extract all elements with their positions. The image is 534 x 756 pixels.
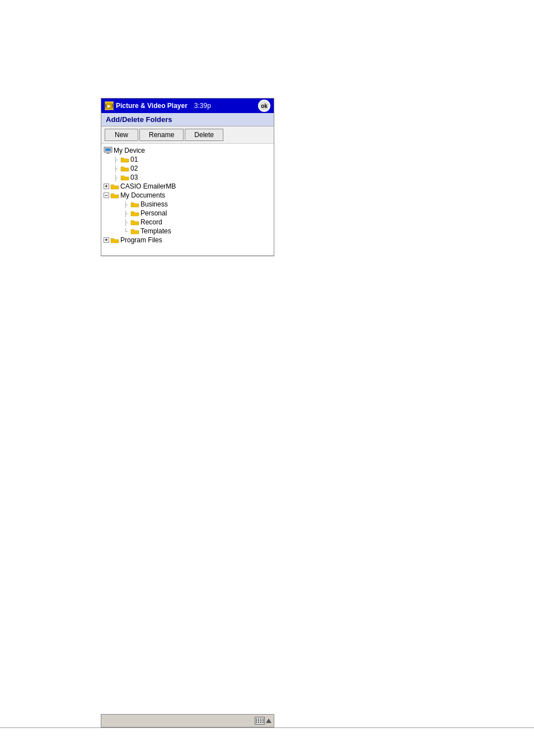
personal-label: Personal bbox=[140, 209, 167, 217]
folder-02-label: 02 bbox=[130, 165, 138, 172]
tree-item-personal[interactable]: ├ Personal bbox=[124, 209, 271, 218]
folder-icon-program-files bbox=[110, 237, 119, 243]
folder-01-label: 01 bbox=[130, 156, 138, 163]
subtitle-bar: Add/Delete Folders bbox=[101, 113, 274, 126]
folder-icon-record bbox=[130, 219, 139, 226]
folder-icon-02 bbox=[120, 165, 129, 172]
folder-icon-personal bbox=[130, 210, 139, 217]
tree-item-02[interactable]: ├ 02 bbox=[114, 164, 271, 173]
rename-button[interactable]: Rename bbox=[139, 129, 184, 141]
tree-item-my-device[interactable]: My Device bbox=[104, 146, 271, 155]
subtitle-label: Add/Delete Folders bbox=[106, 115, 172, 124]
ok-button[interactable]: ok bbox=[258, 100, 270, 112]
folder-icon-casio bbox=[110, 183, 119, 190]
main-window: Picture & Video Player 3:39p ok Add/Dele… bbox=[101, 98, 274, 256]
svg-rect-6 bbox=[107, 152, 109, 153]
app-title: Picture & Video Player bbox=[116, 102, 188, 110]
app-icon bbox=[105, 101, 114, 110]
svg-rect-5 bbox=[105, 148, 111, 151]
folder-03-label: 03 bbox=[130, 173, 138, 181]
delete-button[interactable]: Delete bbox=[185, 129, 223, 141]
title-bar: Picture & Video Player 3:39p ok bbox=[101, 98, 274, 113]
program-files-label: Program Files bbox=[120, 236, 162, 244]
expand-casio[interactable]: + bbox=[104, 184, 109, 189]
tree-item-03[interactable]: ├ 03 bbox=[114, 173, 271, 182]
tree-line-03: ├ bbox=[114, 175, 119, 181]
tree-item-01[interactable]: ├ 01 bbox=[114, 155, 271, 164]
tree-line-01: ├ bbox=[114, 157, 119, 163]
clock: 3:39p bbox=[194, 102, 211, 110]
tree-item-casio[interactable]: + CASIO EmailerMB bbox=[104, 182, 271, 191]
new-button[interactable]: New bbox=[105, 129, 138, 141]
page-container: Picture & Video Player 3:39p ok Add/Dele… bbox=[0, 0, 534, 756]
templates-label: Templates bbox=[140, 227, 171, 235]
tree-item-my-documents[interactable]: − My Documents bbox=[104, 191, 271, 200]
svg-rect-1 bbox=[105, 104, 106, 107]
folder-tree: My Device ├ 01 ├ 02 ├ bbox=[101, 144, 274, 256]
business-label: Business bbox=[140, 200, 168, 208]
tree-line-business: ├ bbox=[124, 201, 129, 208]
my-documents-label: My Documents bbox=[120, 191, 165, 199]
folder-icon-03 bbox=[120, 174, 129, 181]
tree-item-record[interactable]: ├ Record bbox=[124, 218, 271, 227]
keyboard-icon-inner bbox=[256, 719, 264, 723]
folder-icon-01 bbox=[120, 156, 129, 163]
tree-line-templates: └ bbox=[124, 228, 129, 234]
status-bar bbox=[101, 714, 274, 727]
keyboard-icon[interactable] bbox=[255, 717, 265, 725]
folder-icon-my-documents bbox=[110, 192, 119, 199]
expand-program-files[interactable]: + bbox=[104, 237, 109, 243]
tree-item-business[interactable]: ├ Business bbox=[124, 200, 271, 209]
record-label: Record bbox=[140, 218, 162, 226]
tree-item-program-files[interactable]: + Program Files bbox=[104, 236, 271, 245]
title-bar-left: Picture & Video Player 3:39p bbox=[105, 101, 211, 110]
folder-icon-business bbox=[130, 201, 139, 208]
taskbar-line bbox=[0, 727, 534, 728]
tree-line-02: ├ bbox=[114, 166, 119, 172]
tree-line-personal: ├ bbox=[124, 210, 129, 217]
casio-label: CASIO EmailerMB bbox=[120, 182, 176, 190]
arrow-up-icon[interactable] bbox=[266, 719, 271, 723]
collapse-my-documents[interactable]: − bbox=[104, 192, 109, 198]
tree-line-record: ├ bbox=[124, 219, 129, 226]
svg-rect-7 bbox=[106, 153, 110, 154]
svg-rect-2 bbox=[112, 104, 113, 107]
device-icon bbox=[104, 147, 113, 154]
my-device-label: My Device bbox=[114, 147, 145, 154]
toolbar: New Rename Delete bbox=[101, 126, 274, 144]
tree-item-templates[interactable]: └ Templates bbox=[124, 227, 271, 236]
folder-icon-templates bbox=[130, 228, 139, 234]
